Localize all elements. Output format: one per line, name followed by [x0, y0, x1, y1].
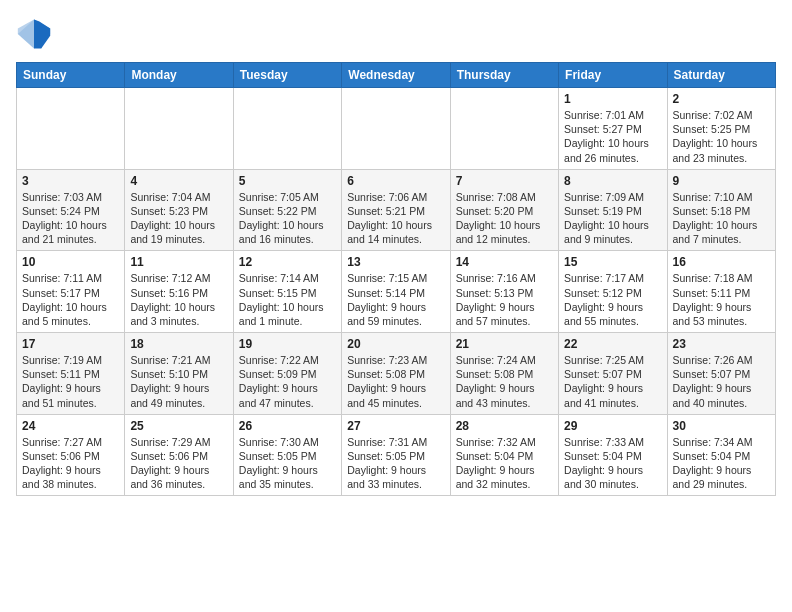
calendar-table: SundayMondayTuesdayWednesdayThursdayFrid…: [16, 62, 776, 496]
day-number: 23: [673, 337, 770, 351]
calendar-day-cell: 5Sunrise: 7:05 AM Sunset: 5:22 PM Daylig…: [233, 169, 341, 251]
day-info: Sunrise: 7:06 AM Sunset: 5:21 PM Dayligh…: [347, 190, 444, 247]
day-number: 29: [564, 419, 661, 433]
day-number: 11: [130, 255, 227, 269]
day-info: Sunrise: 7:30 AM Sunset: 5:05 PM Dayligh…: [239, 435, 336, 492]
day-info: Sunrise: 7:33 AM Sunset: 5:04 PM Dayligh…: [564, 435, 661, 492]
logo-icon: [16, 16, 52, 52]
calendar-week-row: 24Sunrise: 7:27 AM Sunset: 5:06 PM Dayli…: [17, 414, 776, 496]
day-info: Sunrise: 7:11 AM Sunset: 5:17 PM Dayligh…: [22, 271, 119, 328]
day-info: Sunrise: 7:03 AM Sunset: 5:24 PM Dayligh…: [22, 190, 119, 247]
day-number: 18: [130, 337, 227, 351]
day-info: Sunrise: 7:18 AM Sunset: 5:11 PM Dayligh…: [673, 271, 770, 328]
day-info: Sunrise: 7:31 AM Sunset: 5:05 PM Dayligh…: [347, 435, 444, 492]
calendar-day-cell: 14Sunrise: 7:16 AM Sunset: 5:13 PM Dayli…: [450, 251, 558, 333]
calendar-day-cell: 3Sunrise: 7:03 AM Sunset: 5:24 PM Daylig…: [17, 169, 125, 251]
calendar-week-row: 1Sunrise: 7:01 AM Sunset: 5:27 PM Daylig…: [17, 88, 776, 170]
calendar-day-cell: 12Sunrise: 7:14 AM Sunset: 5:15 PM Dayli…: [233, 251, 341, 333]
page-header: [16, 16, 776, 52]
calendar-day-cell: 13Sunrise: 7:15 AM Sunset: 5:14 PM Dayli…: [342, 251, 450, 333]
calendar-day-cell: 2Sunrise: 7:02 AM Sunset: 5:25 PM Daylig…: [667, 88, 775, 170]
weekday-header-thursday: Thursday: [450, 63, 558, 88]
calendar-day-cell: 4Sunrise: 7:04 AM Sunset: 5:23 PM Daylig…: [125, 169, 233, 251]
day-number: 25: [130, 419, 227, 433]
calendar-day-cell: 29Sunrise: 7:33 AM Sunset: 5:04 PM Dayli…: [559, 414, 667, 496]
day-info: Sunrise: 7:25 AM Sunset: 5:07 PM Dayligh…: [564, 353, 661, 410]
day-info: Sunrise: 7:16 AM Sunset: 5:13 PM Dayligh…: [456, 271, 553, 328]
day-info: Sunrise: 7:21 AM Sunset: 5:10 PM Dayligh…: [130, 353, 227, 410]
calendar-week-row: 17Sunrise: 7:19 AM Sunset: 5:11 PM Dayli…: [17, 333, 776, 415]
day-info: Sunrise: 7:34 AM Sunset: 5:04 PM Dayligh…: [673, 435, 770, 492]
day-number: 20: [347, 337, 444, 351]
day-number: 16: [673, 255, 770, 269]
day-info: Sunrise: 7:29 AM Sunset: 5:06 PM Dayligh…: [130, 435, 227, 492]
day-number: 8: [564, 174, 661, 188]
day-info: Sunrise: 7:12 AM Sunset: 5:16 PM Dayligh…: [130, 271, 227, 328]
weekday-header-sunday: Sunday: [17, 63, 125, 88]
day-info: Sunrise: 7:17 AM Sunset: 5:12 PM Dayligh…: [564, 271, 661, 328]
calendar-day-cell: 10Sunrise: 7:11 AM Sunset: 5:17 PM Dayli…: [17, 251, 125, 333]
day-number: 30: [673, 419, 770, 433]
day-number: 6: [347, 174, 444, 188]
calendar-day-cell: 8Sunrise: 7:09 AM Sunset: 5:19 PM Daylig…: [559, 169, 667, 251]
calendar-day-cell: 9Sunrise: 7:10 AM Sunset: 5:18 PM Daylig…: [667, 169, 775, 251]
empty-cell: [17, 88, 125, 170]
calendar-day-cell: 21Sunrise: 7:24 AM Sunset: 5:08 PM Dayli…: [450, 333, 558, 415]
calendar-day-cell: 15Sunrise: 7:17 AM Sunset: 5:12 PM Dayli…: [559, 251, 667, 333]
day-info: Sunrise: 7:02 AM Sunset: 5:25 PM Dayligh…: [673, 108, 770, 165]
calendar-day-cell: 30Sunrise: 7:34 AM Sunset: 5:04 PM Dayli…: [667, 414, 775, 496]
day-number: 21: [456, 337, 553, 351]
weekday-header-monday: Monday: [125, 63, 233, 88]
day-info: Sunrise: 7:22 AM Sunset: 5:09 PM Dayligh…: [239, 353, 336, 410]
calendar-day-cell: 24Sunrise: 7:27 AM Sunset: 5:06 PM Dayli…: [17, 414, 125, 496]
calendar-day-cell: 18Sunrise: 7:21 AM Sunset: 5:10 PM Dayli…: [125, 333, 233, 415]
day-number: 24: [22, 419, 119, 433]
weekday-header-saturday: Saturday: [667, 63, 775, 88]
day-info: Sunrise: 7:14 AM Sunset: 5:15 PM Dayligh…: [239, 271, 336, 328]
empty-cell: [450, 88, 558, 170]
day-info: Sunrise: 7:09 AM Sunset: 5:19 PM Dayligh…: [564, 190, 661, 247]
calendar-day-cell: 1Sunrise: 7:01 AM Sunset: 5:27 PM Daylig…: [559, 88, 667, 170]
calendar-day-cell: 17Sunrise: 7:19 AM Sunset: 5:11 PM Dayli…: [17, 333, 125, 415]
calendar-day-cell: 11Sunrise: 7:12 AM Sunset: 5:16 PM Dayli…: [125, 251, 233, 333]
day-info: Sunrise: 7:15 AM Sunset: 5:14 PM Dayligh…: [347, 271, 444, 328]
day-number: 9: [673, 174, 770, 188]
calendar-day-cell: 22Sunrise: 7:25 AM Sunset: 5:07 PM Dayli…: [559, 333, 667, 415]
weekday-header-tuesday: Tuesday: [233, 63, 341, 88]
day-number: 17: [22, 337, 119, 351]
calendar-week-row: 3Sunrise: 7:03 AM Sunset: 5:24 PM Daylig…: [17, 169, 776, 251]
calendar-day-cell: 7Sunrise: 7:08 AM Sunset: 5:20 PM Daylig…: [450, 169, 558, 251]
calendar-week-row: 10Sunrise: 7:11 AM Sunset: 5:17 PM Dayli…: [17, 251, 776, 333]
day-number: 10: [22, 255, 119, 269]
svg-marker-3: [34, 20, 50, 49]
day-number: 5: [239, 174, 336, 188]
day-number: 1: [564, 92, 661, 106]
day-info: Sunrise: 7:32 AM Sunset: 5:04 PM Dayligh…: [456, 435, 553, 492]
day-number: 26: [239, 419, 336, 433]
day-info: Sunrise: 7:05 AM Sunset: 5:22 PM Dayligh…: [239, 190, 336, 247]
day-info: Sunrise: 7:04 AM Sunset: 5:23 PM Dayligh…: [130, 190, 227, 247]
calendar-header-row: SundayMondayTuesdayWednesdayThursdayFrid…: [17, 63, 776, 88]
day-number: 22: [564, 337, 661, 351]
day-info: Sunrise: 7:01 AM Sunset: 5:27 PM Dayligh…: [564, 108, 661, 165]
calendar-day-cell: 6Sunrise: 7:06 AM Sunset: 5:21 PM Daylig…: [342, 169, 450, 251]
day-number: 28: [456, 419, 553, 433]
day-number: 4: [130, 174, 227, 188]
calendar-day-cell: 26Sunrise: 7:30 AM Sunset: 5:05 PM Dayli…: [233, 414, 341, 496]
day-info: Sunrise: 7:19 AM Sunset: 5:11 PM Dayligh…: [22, 353, 119, 410]
logo: [16, 16, 58, 52]
day-number: 15: [564, 255, 661, 269]
day-info: Sunrise: 7:24 AM Sunset: 5:08 PM Dayligh…: [456, 353, 553, 410]
day-number: 7: [456, 174, 553, 188]
empty-cell: [233, 88, 341, 170]
day-number: 3: [22, 174, 119, 188]
day-info: Sunrise: 7:26 AM Sunset: 5:07 PM Dayligh…: [673, 353, 770, 410]
empty-cell: [125, 88, 233, 170]
calendar-day-cell: 19Sunrise: 7:22 AM Sunset: 5:09 PM Dayli…: [233, 333, 341, 415]
empty-cell: [342, 88, 450, 170]
calendar-day-cell: 28Sunrise: 7:32 AM Sunset: 5:04 PM Dayli…: [450, 414, 558, 496]
calendar-day-cell: 25Sunrise: 7:29 AM Sunset: 5:06 PM Dayli…: [125, 414, 233, 496]
calendar-day-cell: 23Sunrise: 7:26 AM Sunset: 5:07 PM Dayli…: [667, 333, 775, 415]
calendar-day-cell: 27Sunrise: 7:31 AM Sunset: 5:05 PM Dayli…: [342, 414, 450, 496]
day-info: Sunrise: 7:27 AM Sunset: 5:06 PM Dayligh…: [22, 435, 119, 492]
